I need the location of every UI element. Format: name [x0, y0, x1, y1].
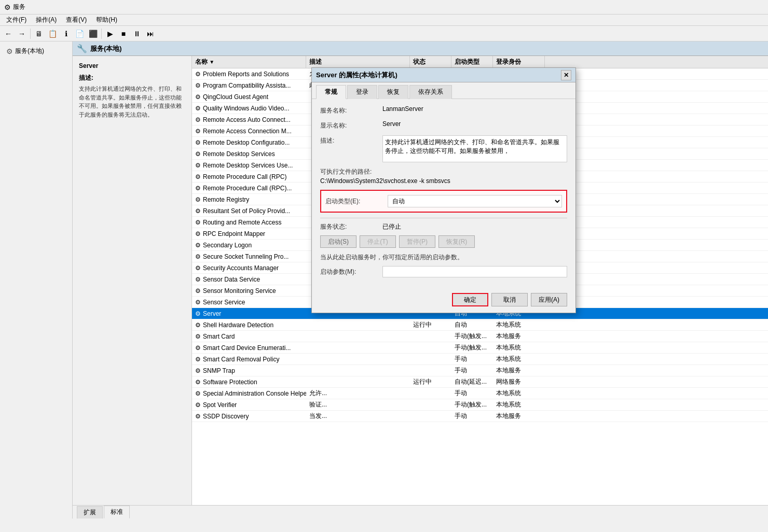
service-icon: ⚙ — [195, 413, 201, 420]
service-row[interactable]: ⚙ Smart Card 手动(触发... 本地服务 — [192, 331, 768, 342]
service-name-cell: Secondary Logon — [203, 242, 252, 249]
service-status-cell — [410, 415, 451, 417]
monitor-button[interactable]: 🖥 — [33, 27, 45, 40]
service-row[interactable]: ⚙ Smart Card Removal Policy 手动 本地系统 — [192, 354, 768, 365]
header-desc[interactable]: 描述 — [306, 56, 410, 68]
service-name-cell: QingCloud Guest Agent — [203, 93, 268, 101]
service-startup-cell: 手动(触发... — [451, 399, 493, 410]
service-name-row: 服务名称: LanmanServer — [320, 105, 567, 115]
dialog-tab-recovery[interactable]: 恢复 — [378, 85, 408, 99]
path-value: C:\Windows\System32\svchost.exe -k smbsv… — [320, 177, 567, 185]
service-icon: ⚙ — [195, 128, 201, 135]
left-panel-item-local[interactable]: ⚙ 服务(本地) — [4, 46, 68, 57]
service-logon-cell: 本地服务 — [493, 411, 545, 422]
service-logon-cell: 本地系统 — [493, 388, 545, 399]
service-row[interactable]: ⚙ Software Protection 运行中 自动(延迟... 网络服务 — [192, 376, 768, 388]
dialog-close-button[interactable]: ✕ — [561, 70, 571, 80]
service-startup-cell: 手动(触发... — [451, 331, 493, 342]
service-row[interactable]: ⚙ Spot Verifier 验证... 手动(触发... 本地系统 — [192, 399, 768, 411]
tab-expand[interactable]: 扩展 — [77, 506, 103, 519]
info-button[interactable]: ℹ — [60, 27, 72, 40]
left-panel-label: 服务(本地) — [15, 47, 44, 55]
cancel-button[interactable]: 取消 — [491, 293, 528, 306]
service-icon: ⚙ — [195, 333, 201, 340]
menu-bar: 文件(F) 操作(A) 查看(V) 帮助(H) — [0, 15, 768, 26]
service-icon: ⚙ — [195, 162, 201, 169]
page-button[interactable]: 📄 — [73, 27, 86, 40]
service-logon-cell: 本地系统 — [493, 342, 545, 353]
dialog-tab-dependencies[interactable]: 依存关系 — [409, 85, 452, 99]
title-bar-text: 服务 — [13, 3, 25, 11]
service-name-cell: Remote Access Auto Connect... — [203, 116, 291, 123]
dialog-tab-general[interactable]: 常规 — [316, 85, 346, 99]
service-name-cell: SNMP Trap — [203, 367, 235, 374]
service-desc-cell — [306, 358, 410, 360]
display-name-value: Server — [382, 120, 567, 128]
service-name-cell: Routing and Remote Access — [203, 219, 281, 226]
service-name-cell: Sensor Service — [203, 299, 245, 306]
stop-button[interactable]: ■ — [117, 27, 130, 40]
service-name-cell: Spot Verifier — [203, 401, 237, 409]
header-status[interactable]: 状态 — [410, 56, 451, 68]
service-status-cell: 运行中 — [410, 376, 451, 387]
service-status-value: 已停止 — [382, 222, 401, 231]
service-icon: ⚙ — [195, 150, 201, 158]
forward-button[interactable]: → — [16, 27, 28, 40]
menu-action[interactable]: 操作(A) — [32, 15, 61, 25]
ok-button[interactable]: 确定 — [452, 293, 488, 306]
header-startup[interactable]: 启动类型 — [451, 56, 493, 68]
startup-type-select[interactable]: 自动 自动(延迟启动) 手动 禁用 — [388, 195, 562, 207]
service-name-cell: Resultant Set of Policy Provid... — [203, 207, 290, 215]
desc-label: 描述: — [79, 74, 185, 82]
start-service-button[interactable]: 启动(S) — [320, 235, 356, 248]
params-row: 启动参数(M): — [320, 266, 567, 277]
service-status-label: 服务状态: — [320, 222, 382, 231]
menu-view[interactable]: 查看(V) — [62, 15, 91, 25]
service-icon: ⚙ — [195, 93, 201, 101]
apply-button[interactable]: 应用(A) — [531, 293, 567, 306]
back-button[interactable]: ← — [2, 27, 15, 40]
pause-button[interactable]: ⏸ — [131, 27, 143, 40]
export-button[interactable]: ⬛ — [87, 27, 99, 40]
menu-file[interactable]: 文件(F) — [2, 15, 31, 25]
start-button[interactable]: ▶ — [104, 27, 116, 40]
content-header-title: 服务(本地) — [90, 44, 122, 53]
service-startup-cell: 手动 — [451, 388, 493, 399]
service-icon: ⚙ — [195, 82, 201, 89]
service-logon-cell: 本地服务 — [493, 365, 545, 376]
service-row[interactable]: ⚙ Special Administration Console Helper … — [192, 388, 768, 399]
service-name-cell: Smart Card — [203, 333, 235, 340]
resume-service-button[interactable]: 恢复(R) — [438, 235, 475, 248]
header-name[interactable]: 名称 ▼ — [192, 56, 306, 68]
dialog-tabs: 常规 登录 恢复 依存关系 — [312, 82, 575, 99]
toolbar-sep-2 — [101, 29, 102, 39]
tab-standard[interactable]: 标准 — [104, 506, 130, 519]
list-header: 名称 ▼ 描述 状态 启动类型 登录身份 — [192, 56, 768, 68]
app-icon: ⚙ — [4, 3, 11, 11]
service-row[interactable]: ⚙ SNMP Trap 手动 本地服务 — [192, 365, 768, 376]
dialog-tab-logon[interactable]: 登录 — [347, 85, 377, 99]
header-logon[interactable]: 登录身份 — [493, 56, 545, 68]
service-name-cell: Remote Procedure Call (RPC)... — [203, 185, 292, 192]
hint-text: 当从此处启动服务时，你可指定所适用的启动参数。 — [320, 253, 567, 262]
service-logon-cell: 本地系统 — [493, 319, 545, 330]
properties-dialog: Server 的属性(本地计算机) ✕ 常规 登录 恢复 依存关系 服务名称: … — [311, 67, 576, 313]
service-name-cell: Shell Hardware Detection — [203, 321, 273, 329]
service-row[interactable]: ⚙ Shell Hardware Detection 运行中 自动 本地系统 — [192, 319, 768, 331]
service-icon: ⚙ — [195, 116, 201, 123]
service-row[interactable]: ⚙ SSDP Discovery 当发... 手动 本地服务 — [192, 411, 768, 422]
service-startup-cell: 手动 — [451, 365, 493, 376]
sort-arrow-name: ▼ — [209, 59, 214, 65]
service-icon: ⚙ — [195, 230, 201, 237]
service-row[interactable]: ⚙ Smart Card Device Enumerati... 手动(触发..… — [192, 342, 768, 354]
service-name-cell: Smart Card Removal Policy — [203, 356, 279, 363]
resume-button[interactable]: ⏭ — [144, 27, 157, 40]
bottom-tabs: 扩展 标准 — [73, 505, 768, 519]
stop-service-button[interactable]: 停止(T) — [360, 235, 396, 248]
list-button[interactable]: 📋 — [46, 27, 59, 40]
menu-help[interactable]: 帮助(H) — [92, 15, 121, 25]
pause-service-button[interactable]: 暂停(P) — [399, 235, 435, 248]
dialog-desc-textarea[interactable]: 支持此计算机通过网络的文件、打印、和命名管道共享。如果服务停止，这些功能不可用。… — [382, 135, 567, 162]
service-icon: ⚙ — [195, 379, 201, 386]
params-input[interactable] — [382, 266, 567, 277]
